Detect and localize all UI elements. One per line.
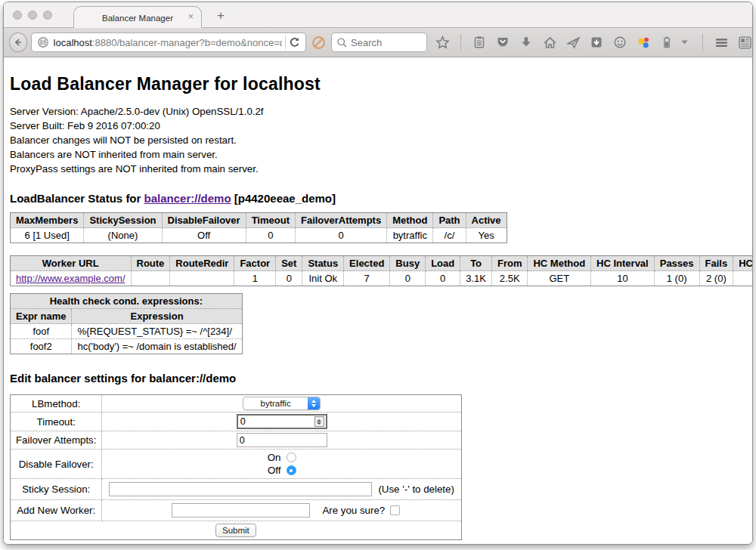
downloads-icon[interactable] <box>519 35 534 50</box>
notice-persist: Balancer changes will NOT be persisted o… <box>10 133 746 147</box>
pocket-icon[interactable] <box>495 35 510 50</box>
toolbar-separator <box>702 34 703 51</box>
lbmethod-select[interactable]: bytraffic <box>243 397 321 410</box>
cell-from: 2.5K <box>491 271 528 286</box>
cell-passes: 1 (0) <box>654 271 699 286</box>
tab-bar: Balancer Manager × + <box>4 2 752 28</box>
health-check-table: Health check cond. expressions: Expr nam… <box>10 293 243 354</box>
minimize-window-button[interactable] <box>28 11 37 20</box>
cell-worker-url: http://www.example.com/ <box>11 271 132 286</box>
globe-icon <box>37 36 49 48</box>
tab-groups-icon[interactable] <box>737 35 752 50</box>
col-status: Status <box>302 256 344 271</box>
reading-list-icon[interactable] <box>472 35 487 50</box>
tab-close-icon[interactable]: × <box>188 11 194 22</box>
sticky-session-label: Sticky Session: <box>11 479 102 500</box>
col-load: Load <box>426 256 460 271</box>
col-routeredir: RouteRedir <box>170 256 234 271</box>
hc-table-title: Health check cond. expressions: <box>11 294 243 309</box>
balancer-summary-table: MaxMembers StickySession DisableFailover… <box>10 212 507 243</box>
col-expression: Expression <box>72 309 242 324</box>
page-title: Load Balancer Manager for localhost <box>10 57 746 94</box>
balancer-demo-link[interactable]: balancer://demo <box>144 192 231 205</box>
cell-load: 0 <box>426 271 460 286</box>
timeout-input[interactable]: 0 <box>237 414 327 429</box>
back-icon <box>13 37 23 48</box>
cell-path: /c/ <box>433 228 466 243</box>
table-row: foof %{REQUEST_STATUS} =~ /^[234]/ <box>11 324 243 339</box>
radio-off-label: Off <box>268 465 281 476</box>
cell-hc-uri <box>733 271 752 286</box>
submit-button[interactable]: Submit <box>215 524 256 537</box>
disable-failover-label: Disable Failover: <box>11 450 102 479</box>
col-active: Active <box>466 213 507 228</box>
browser-tab[interactable]: Balancer Manager × <box>73 6 202 29</box>
add-worker-input[interactable] <box>172 503 310 518</box>
number-spinner-icon[interactable] <box>314 416 324 427</box>
col-elected: Elected <box>344 256 390 271</box>
form-row-add-worker: Add New Worker: Are you sure? <box>11 500 462 521</box>
zoom-window-button[interactable] <box>43 11 52 20</box>
worker-url-link[interactable]: http://www.example.com/ <box>16 273 125 284</box>
panel-down-icon[interactable] <box>589 35 604 50</box>
caret-down-icon[interactable] <box>677 35 692 50</box>
col-timeout: Timeout <box>246 213 295 228</box>
timeout-value: 0 <box>238 416 314 427</box>
are-you-sure-label: Are you sure? <box>322 505 385 516</box>
table-title-row: Health check cond. expressions: <box>11 294 243 309</box>
col-hc-method: HC Method <box>528 256 591 271</box>
new-tab-button[interactable]: + <box>212 8 229 23</box>
close-window-button[interactable] <box>13 11 22 20</box>
search-bar[interactable] <box>331 32 427 52</box>
balancer-settings-form: LBmethod: bytraffic Timeout: 0 <box>10 394 462 540</box>
cell-expression: hc('body') =~ /domain is established/ <box>72 339 242 354</box>
form-row-timeout: Timeout: 0 <box>11 412 462 431</box>
reload-icon[interactable] <box>289 37 300 48</box>
are-you-sure-checkbox[interactable] <box>390 505 400 515</box>
sticky-session-input[interactable] <box>109 482 372 496</box>
hamburger-menu-icon[interactable] <box>714 35 729 50</box>
lbmethod-selected-value: bytraffic <box>243 397 308 409</box>
col-worker-url: Worker URL <box>11 256 132 271</box>
col-path: Path <box>433 213 466 228</box>
notice-inherit: Balancers are NOT inherited from main se… <box>10 147 746 162</box>
loadbalancer-status-heading: LoadBalancer Status for balancer://demo … <box>10 192 746 205</box>
failover-attempts-input[interactable]: 0 <box>237 433 327 447</box>
home-icon[interactable] <box>542 35 557 50</box>
table-row: 6 [1 Used] (None) Off 0 0 bytraffic /c/ … <box>11 228 507 243</box>
worker-table: Worker URL Route RouteRedir Factor Set S… <box>10 255 752 286</box>
url-bar[interactable]: localhost:8880/balancer-manager?b=demo&n… <box>31 32 306 52</box>
bookmark-star-icon[interactable] <box>435 35 450 50</box>
url-text[interactable]: localhost:8880/balancer-manager?b=demo&n… <box>54 37 282 48</box>
disable-failover-off-radio[interactable] <box>287 465 296 475</box>
cell-routeredir <box>170 271 234 286</box>
chat-smiley-icon[interactable] <box>612 35 627 50</box>
battery-icon[interactable] <box>659 35 674 50</box>
back-button[interactable] <box>9 32 27 52</box>
timeout-label: Timeout: <box>11 412 102 431</box>
cell-timeout: 0 <box>246 228 295 243</box>
col-hc-interval: HC Interval <box>591 256 655 271</box>
block-icon[interactable] <box>311 36 326 50</box>
col-hc-uri: HC uri <box>733 256 752 271</box>
col-stickysession: StickySession <box>84 213 162 228</box>
browser-window: Balancer Manager × + localhost:8880/bala… <box>3 2 753 545</box>
server-built: Server Built: Feb 9 2016 07:00:20 <box>10 119 746 133</box>
toolbar-separator <box>460 34 461 51</box>
cell-expr-name: foof2 <box>11 339 72 354</box>
sticky-session-hint: (Use '-' to delete) <box>372 484 454 495</box>
form-row-disable-failover: Disable Failover: On Off <box>11 450 462 479</box>
cell-fails: 2 (0) <box>699 271 733 286</box>
page-content: Load Balancer Manager for localhost Serv… <box>4 57 752 545</box>
status-heading-prefix: LoadBalancer Status for <box>10 192 141 205</box>
col-busy: Busy <box>390 256 426 271</box>
url-path: :8880/balancer-manager?b=demo&nonce=decc… <box>92 37 282 48</box>
failover-attempts-label: Failover Attempts: <box>11 431 102 450</box>
colored-dots-icon[interactable] <box>636 35 651 50</box>
disable-failover-on-radio[interactable] <box>287 453 296 462</box>
cell-set: 0 <box>276 271 302 286</box>
send-icon[interactable] <box>565 35 581 50</box>
cell-active: Yes <box>466 228 507 243</box>
col-disablefailover: DisableFailover <box>162 213 246 228</box>
search-input[interactable] <box>351 37 426 48</box>
